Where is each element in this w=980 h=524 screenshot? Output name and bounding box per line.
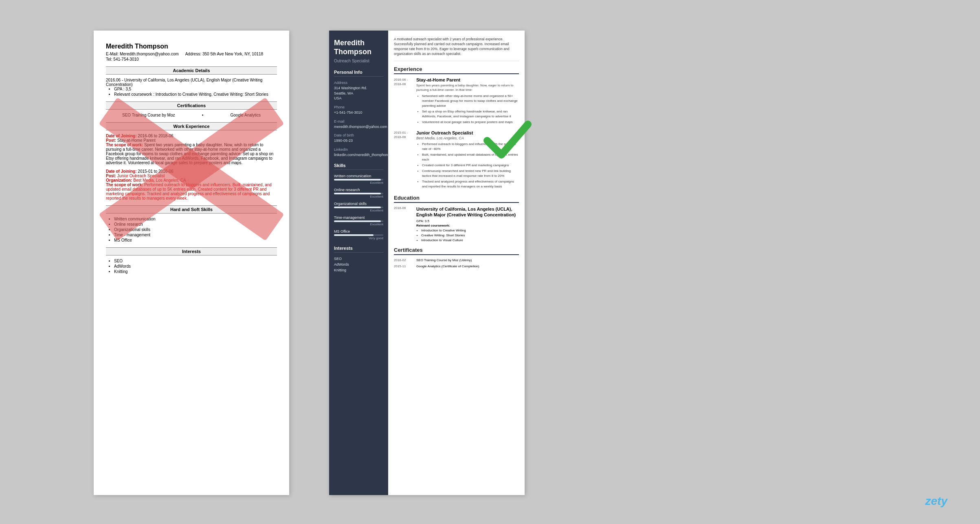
cert-entry-1: 2016-02 SEO Training Course by Moz (Udem… [394,258,519,262]
skill-bar-bg-3 [334,207,383,208]
left-resume: Meredith Thompson E-Mail: Meredith.thomp… [94,31,289,495]
right-resume: Meredith Thompson Outreach Specialist Pe… [329,31,525,495]
skill-bar-fill-3 [334,207,381,208]
skill-level-3: Excellent [334,209,383,212]
linkedin-item: LinkedIn linkedin.com/meredith_thomphon1 [334,148,383,158]
skill-bar-fill-1 [334,179,381,181]
skill-bar-4: Time-management Excellent [334,216,383,226]
address-label: Address [334,81,383,85]
address-line2: Seattle, WA [334,91,383,96]
skills-section-label: Skills [334,163,383,170]
exp-date-1: 2016-06 - 2018-06 [394,77,416,125]
cert-date-2: 2015-11 [394,264,416,268]
email-label: E-Mail: [106,52,119,56]
skill-bar-1: Written communication Excellent [334,174,383,185]
address-item: Address 314 Washington Rd. Seattle, WA U… [334,81,383,101]
work-entry-1: Date of Joining: 2016-06 to 2018-06 Post… [106,134,277,165]
skill-bar-3: Organizational skills Excellent [334,202,383,212]
skill-2: Online research [114,222,277,227]
address-line1: 314 Washington Rd. [334,86,383,91]
edu-coursework-label-r: Relevant coursework: [416,224,519,227]
work-date-label-1: Date of Joining: 2016-06 to 2018-06 [106,134,277,138]
edu-entry: 2016.06 - University of California, Los … [106,78,277,97]
left-name: Meredith Thompson [106,43,277,50]
work-org-2: Organization: Best Media, Los Angeles, C… [106,178,277,183]
exp-title-1: Stay-at-Home Parent [416,77,519,82]
edu-date-r: 2016-06 [394,206,416,243]
dob-value: 1990-05-23 [334,138,383,143]
address-label: Address: [185,52,201,56]
skill-level-5: Very good [334,236,383,240]
work-post-val-2: Junior Outreach Specialist [117,174,165,178]
edu-gpa: GPA : 3,5 [114,87,277,91]
cert-item: SEO Training Course by Moz • Google Anal… [106,113,277,117]
edu-coursework: Relevant coursework : Introduction to Cr… [114,92,277,97]
interests-header: Interests [106,247,277,255]
skill-bar-bg-1 [334,179,383,181]
linkedin-label: LinkedIn [334,148,383,152]
skill-3: Organizational skills [114,227,277,232]
work-scope-2: The scope of work: Performed outreach to… [106,183,277,200]
edu-content-r: University of California, Los Angeles (U… [416,206,519,243]
exp-desc-1: Spent two years parenting a baby daughte… [416,83,519,92]
interests-section-label: Interests [334,246,383,253]
work-date-1: Date of Joining: [106,134,137,138]
interest-r-1: SEO [334,257,383,261]
cert-2: Google Analytics [230,113,261,117]
skill-4: Time - management [114,233,277,237]
exp-bullet-2-4: Tracked and analyzed progress and effect… [422,179,519,189]
email-label-r: E-mail [334,119,383,123]
skill-name-3: Organizational skills [334,202,383,206]
skills-list: Written communication Online research Or… [106,217,277,242]
skills-header: Hard and Soft Skills [106,205,277,214]
work-header: Work Experience [106,122,277,130]
work-entry-2: Date of Joining: 2015-01 to 2016-06 Post… [106,169,277,200]
edu-school-r: University of California, Los Angeles (U… [416,206,519,218]
left-tel-line: Tel: 541-754-3010 [106,57,277,62]
skill-bar-bg-4 [334,220,383,222]
cert-1: SEO Training Course by Moz [122,113,175,117]
exp-date-2: 2015-01 - 2016-06 [394,130,416,190]
email-value: Meredith.thompson@yahoo.com [120,52,179,56]
skill-level-2: Excellent [334,195,383,198]
linkedin-value: linkedin.com/meredith_thomphon1 [334,152,383,158]
phone-label: Phone [334,105,383,109]
skill-bar-fill-4 [334,220,381,222]
cert-bullet: • [202,113,204,117]
tel-value: 541-754-3010 [113,57,138,62]
interest-r-2: AdWords [334,262,383,266]
personal-info-label: Personal Info [334,70,383,77]
interest-r-3: Knitting [334,268,383,272]
right-name: Meredith Thompson [334,39,383,56]
green-check-overlay [481,114,534,169]
edu-text: 2016.06 - University of California, Los … [106,78,262,87]
exp-bullet-1-0: Networked with other stay-at-home moms a… [422,94,519,108]
work-date-val-2: 2015-01 to 2016-06 [138,169,173,174]
dob-label: Date of birth [334,133,383,137]
skill-bar-bg-5 [334,234,383,236]
skill-1: Written communication [114,217,277,221]
work-org-val-2: Best Media, Los Angeles, CA [133,178,186,183]
skill-bar-fill-5 [334,234,374,236]
work-post-1: Post: Stay-at-Home Parent [106,138,277,143]
cert-entry-2: 2015-11 Google Analytics (Certificate of… [394,264,519,268]
skill-level-1: Excellent [334,181,383,185]
experience-title: Experience [394,66,519,74]
academic-header: Academic Details [106,66,277,75]
skill-name-5: MS Office [334,229,383,233]
interest-3: Knitting [114,269,277,274]
cert-date-1: 2016-02 [394,258,416,262]
edu-course-1: Creative Writing: Short Stories [421,233,519,238]
dob-item: Date of birth 1990-05-23 [334,133,383,143]
email-item: E-mail meredith.thompson@yahoo.com [334,119,383,130]
interests-list: SEO AdWords Knitting [106,259,277,274]
edu-coursework-r: Introduction to Creative Writing Creativ… [416,228,519,243]
work-post-2: Post: Junior Outreach Specialist [106,174,277,178]
cert-header: Certifications [106,101,277,110]
phone-item: Phone +1-541-754-3010 [334,105,383,115]
skill-bar-fill-2 [334,193,381,194]
work-date-val-1: 2016-06 to 2018-06 [138,134,173,138]
work-post-val-1: Stay-at-Home Parent [117,138,156,143]
edu-gpa-r: GPA: 3.5 [416,219,519,223]
right-main: A motivated outreach specialist with 2 y… [388,31,525,495]
